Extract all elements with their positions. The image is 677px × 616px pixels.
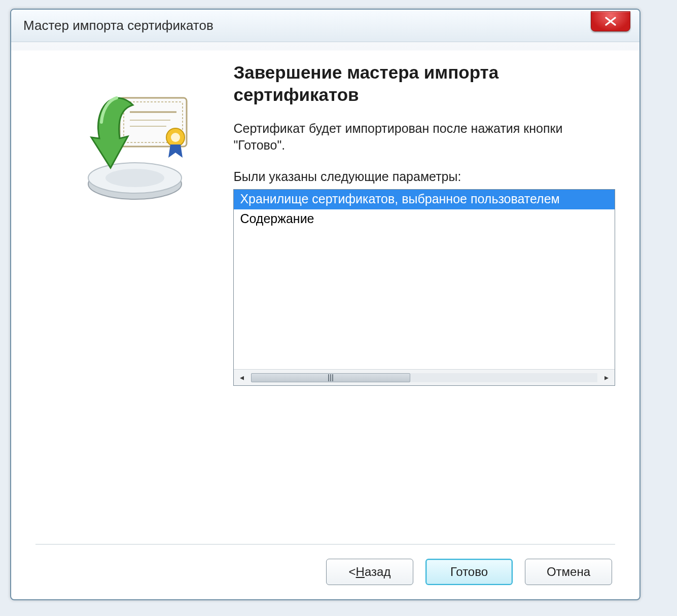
- finish-button[interactable]: Готово: [425, 559, 513, 585]
- back-button-hotkey: Н: [356, 565, 365, 579]
- listbox-items: Хранилище сертификатов, выбранное пользо…: [234, 190, 615, 369]
- back-button[interactable]: < Назад: [326, 559, 413, 585]
- description-text: Сертификат будет импортирован после нажа…: [233, 120, 615, 155]
- wizard-graphic: [35, 57, 226, 532]
- close-button[interactable]: [591, 11, 630, 31]
- svg-point-2: [105, 169, 164, 187]
- back-button-prefix: <: [349, 565, 356, 579]
- content-row: Завершение мастера импорта сертификатов …: [35, 57, 615, 532]
- parameters-listbox[interactable]: Хранилище сертификатов, выбранное пользо…: [233, 189, 615, 386]
- close-icon: [604, 16, 617, 26]
- titlebar: Мастер импорта сертификатов: [11, 10, 639, 42]
- back-button-rest: азад: [365, 565, 390, 579]
- parameters-label: Были указаны следующие параметры:: [233, 169, 615, 184]
- certificate-import-icon: [60, 78, 202, 209]
- horizontal-scrollbar[interactable]: ◂ ▸: [234, 369, 615, 385]
- svg-point-9: [171, 133, 180, 142]
- window-title: Мастер импорта сертификатов: [23, 18, 591, 33]
- list-item[interactable]: Хранилище сертификатов, выбранное пользо…: [234, 190, 615, 209]
- page-title: Завершение мастера импорта сертификатов: [233, 61, 615, 106]
- scroll-right-arrow[interactable]: ▸: [598, 370, 615, 385]
- cancel-button[interactable]: Отмена: [525, 559, 612, 585]
- scroll-thumb[interactable]: [251, 373, 410, 382]
- separator: [35, 544, 615, 545]
- list-item[interactable]: Содержание: [234, 209, 615, 229]
- dialog-window: Мастер импорта сертификатов: [10, 9, 640, 600]
- scroll-left-arrow[interactable]: ◂: [234, 370, 250, 385]
- button-row: < Назад Готово Отмена: [35, 559, 615, 585]
- cancel-button-label: Отмена: [547, 565, 590, 579]
- scroll-track[interactable]: [251, 373, 597, 382]
- finish-button-label: Готово: [450, 565, 488, 579]
- main-column: Завершение мастера импорта сертификатов …: [233, 57, 615, 532]
- client-area: Завершение мастера импорта сертификатов …: [11, 42, 639, 599]
